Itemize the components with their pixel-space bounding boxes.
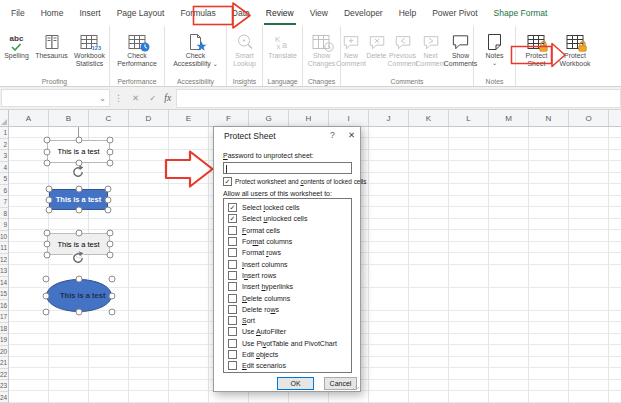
row-header-13[interactable]: 13 — [0, 265, 8, 277]
selection-handle[interactable] — [44, 160, 51, 167]
checkbox[interactable] — [228, 271, 237, 280]
previous-comment-button[interactable]: Previous Comment — [388, 29, 417, 67]
check-performance-button[interactable]: Check Performance — [112, 29, 162, 67]
protect-option-edit-scenarios[interactable]: Edit scenarios — [224, 360, 351, 371]
workbook-statistics-button[interactable]: 123 Workbook Statistics — [70, 29, 110, 67]
selection-handle[interactable] — [107, 148, 114, 155]
column-header-o[interactable]: O — [569, 110, 609, 126]
checkbox[interactable] — [228, 237, 237, 246]
column-header-b[interactable]: B — [49, 110, 89, 126]
thesaurus-button[interactable]: Thesaurus — [34, 29, 70, 60]
dialog-close-button[interactable]: ✕ — [348, 130, 355, 140]
protect-option-delete-columns[interactable]: Delete columns — [224, 292, 351, 303]
cancel-icon[interactable]: ✕ — [127, 93, 144, 103]
selection-handle[interactable] — [107, 137, 114, 144]
protect-option-insert-columns[interactable]: Insert columns — [224, 258, 351, 269]
column-header-a[interactable]: A — [9, 110, 49, 126]
protect-option-insert-hyperlinks[interactable]: Insert hyperlinks — [224, 281, 351, 292]
selection-handle[interactable] — [43, 292, 50, 299]
menu-tab-shape-format[interactable]: Shape Format — [486, 0, 556, 26]
row-header-22[interactable]: 22 — [0, 369, 8, 381]
row-header-8[interactable]: 8 — [0, 208, 8, 220]
row-header-20[interactable]: 20 — [0, 346, 8, 358]
row-header-1[interactable]: 1 — [0, 127, 8, 139]
row-header-17[interactable]: 17 — [0, 311, 8, 323]
insert-function-icon[interactable]: fx — [161, 93, 176, 103]
column-header-m[interactable]: M — [489, 110, 529, 126]
checkbox[interactable]: ✓ — [228, 214, 237, 223]
selection-handle[interactable] — [44, 148, 51, 155]
selection-handle[interactable] — [46, 207, 53, 214]
allow-options-list[interactable]: ✓Select locked cells✓Select unlocked cel… — [223, 198, 352, 373]
protect-option-use-pivottable-and-pivotchart[interactable]: Use PivotTable and PivotChart — [224, 338, 351, 349]
menu-tab-file[interactable]: File — [3, 0, 33, 26]
column-header-f[interactable]: F — [209, 110, 249, 126]
next-comment-button[interactable]: Next Comment — [417, 29, 444, 67]
ok-button[interactable]: OK — [277, 377, 314, 390]
protect-option-sort[interactable]: Sort — [224, 315, 351, 326]
row-header-7[interactable]: 7 — [0, 196, 8, 208]
row-header-2[interactable]: 2 — [0, 139, 8, 151]
row-header-16[interactable]: 16 — [0, 300, 8, 312]
protect-option-insert-rows[interactable]: Insert rows — [224, 270, 351, 281]
protect-option-use-autofilter[interactable]: Use AutoFilter — [224, 326, 351, 337]
checkbox[interactable] — [228, 361, 237, 370]
notes-button[interactable]: Notes ⌄ — [477, 29, 513, 65]
column-header-n[interactable]: N — [529, 110, 569, 126]
selection-handle[interactable] — [105, 196, 112, 203]
row-header-14[interactable]: 14 — [0, 277, 8, 289]
checkbox[interactable] — [228, 226, 237, 235]
selection-handle[interactable] — [109, 292, 116, 299]
checkbox[interactable]: ✓ — [228, 203, 237, 212]
column-header-h[interactable]: H — [289, 110, 329, 126]
row-header-6[interactable]: 6 — [0, 185, 8, 197]
row-header-18[interactable]: 18 — [0, 323, 8, 335]
menu-tab-insert[interactable]: Insert — [71, 0, 108, 26]
selection-handle[interactable] — [107, 252, 114, 259]
checkbox[interactable] — [228, 248, 237, 257]
new-comment-button[interactable]: New Comment — [337, 29, 365, 67]
row-header-23[interactable]: 23 — [0, 380, 8, 392]
protect-option-select-locked-cells[interactable]: ✓Select locked cells — [224, 202, 351, 213]
protect-option-select-unlocked-cells[interactable]: ✓Select unlocked cells — [224, 213, 351, 224]
selection-handle[interactable] — [43, 309, 50, 316]
row-header-3[interactable]: 3 — [0, 150, 8, 162]
selection-handle[interactable] — [109, 309, 116, 316]
smart-lookup-button[interactable]: Smart Lookup — [228, 29, 262, 67]
column-header-c[interactable]: C — [89, 110, 129, 126]
selection-handle[interactable] — [75, 186, 82, 193]
selection-handle[interactable] — [105, 207, 112, 214]
select-all-corner[interactable] — [0, 110, 9, 127]
menu-tab-developer[interactable]: Developer — [336, 0, 391, 26]
row-header-10[interactable]: 10 — [0, 231, 8, 243]
translate-button[interactable]: Ka Translate — [264, 29, 302, 60]
check-accessibility-button[interactable]: Check Accessibility ⌄ — [167, 29, 225, 67]
selection-handle[interactable] — [109, 276, 116, 283]
checkbox[interactable] — [228, 260, 237, 269]
row-header-19[interactable]: 19 — [0, 334, 8, 346]
menu-tab-home[interactable]: Home — [33, 0, 72, 26]
column-header-d[interactable]: D — [129, 110, 169, 126]
column-header-i[interactable]: I — [329, 110, 369, 126]
checkbox[interactable] — [228, 294, 237, 303]
resize-grip[interactable] — [352, 383, 359, 390]
selection-handle[interactable] — [107, 241, 114, 248]
row-header-15[interactable]: 15 — [0, 288, 8, 300]
checkbox[interactable] — [228, 316, 237, 325]
menu-tab-page-layout[interactable]: Page Layout — [109, 0, 173, 26]
protect-option-format-cells[interactable]: Format cells — [224, 225, 351, 236]
spelling-button[interactable]: abc Spelling — [0, 29, 34, 60]
column-header-g[interactable]: G — [249, 110, 289, 126]
selection-handle[interactable] — [75, 230, 82, 237]
password-input[interactable] — [223, 162, 352, 174]
menu-tab-review[interactable]: Review — [258, 0, 302, 26]
menu-tab-view[interactable]: View — [302, 0, 336, 26]
selection-handle[interactable] — [44, 230, 51, 237]
row-header-11[interactable]: 11 — [0, 242, 8, 254]
protect-contents-checkbox[interactable]: ✓ — [223, 177, 232, 186]
shape-rect-blue[interactable]: This is a test — [49, 189, 108, 210]
enter-icon[interactable]: ✓ — [144, 93, 161, 103]
formula-bar-splitter[interactable]: ⋮ — [110, 93, 127, 103]
rotate-handle-icon[interactable] — [71, 165, 85, 183]
protect-option-delete-rows[interactable]: Delete rows — [224, 304, 351, 315]
